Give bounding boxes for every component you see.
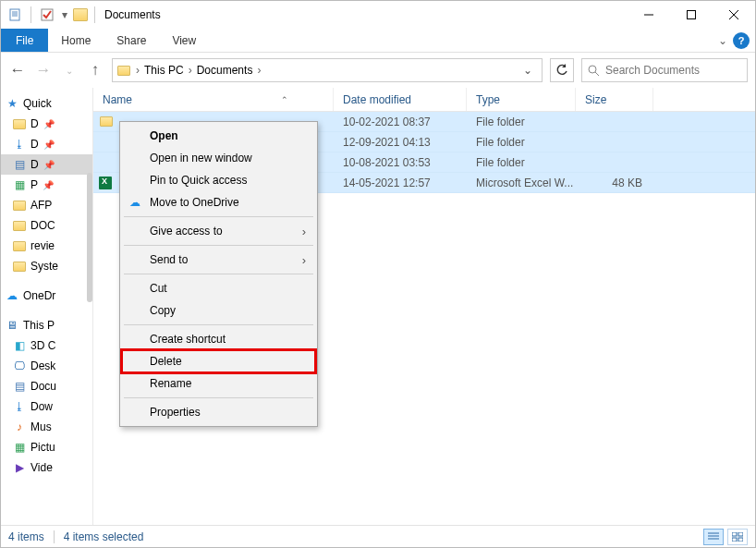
details-view-button[interactable] xyxy=(703,529,724,545)
menu-cut[interactable]: Cut xyxy=(122,277,315,299)
svg-point-9 xyxy=(589,66,596,73)
context-menu: Open Open in new window Pin to Quick acc… xyxy=(119,121,318,427)
svg-rect-15 xyxy=(738,532,743,536)
breadcrumb-documents[interactable]: Documents xyxy=(197,64,253,77)
sidebar-item[interactable]: ▶Vide xyxy=(1,457,92,478)
back-button[interactable]: ← xyxy=(8,61,27,79)
sidebar-item[interactable]: Syste xyxy=(1,256,92,276)
sidebar-item[interactable]: ◧3D C xyxy=(1,335,92,356)
share-tab[interactable]: Share xyxy=(104,29,159,52)
menu-separator xyxy=(124,216,313,217)
cloud-icon: ☁ xyxy=(128,195,142,210)
sidebar-item[interactable]: D📌 xyxy=(1,114,92,134)
sidebar-item[interactable]: ♪Mus xyxy=(1,417,92,437)
sidebar-item[interactable]: revie xyxy=(1,236,92,256)
quick-access-group[interactable]: ★ Quick xyxy=(1,93,92,114)
properties-qat-icon[interactable] xyxy=(5,5,25,25)
column-headers: Name ⌃ Date modified Type Size xyxy=(93,88,755,112)
folder-icon xyxy=(116,63,131,78)
menu-send-to[interactable]: Send to› xyxy=(122,249,315,271)
chevron-right-icon[interactable]: › xyxy=(186,64,195,77)
home-tab[interactable]: Home xyxy=(48,29,104,52)
selection-count: 4 items selected xyxy=(64,530,144,543)
menu-move-onedrive[interactable]: ☁ Move to OneDrive xyxy=(122,191,315,213)
sidebar-item[interactable]: DOC xyxy=(1,215,92,236)
pc-icon: 🖥 xyxy=(5,318,19,333)
large-icons-view-button[interactable] xyxy=(727,529,748,545)
sidebar-item[interactable]: 🖵Desk xyxy=(1,356,92,376)
svg-rect-16 xyxy=(732,538,737,542)
star-icon: ★ xyxy=(5,96,19,111)
menu-rename[interactable]: Rename xyxy=(122,372,315,395)
check-qat-icon[interactable] xyxy=(37,5,57,25)
sidebar-label: Quick xyxy=(23,97,52,110)
menu-separator xyxy=(124,274,313,274)
column-size[interactable]: Size xyxy=(576,88,653,111)
status-bar: 4 items 4 items selected xyxy=(1,525,755,547)
menu-copy[interactable]: Copy xyxy=(122,299,315,322)
pin-icon: 📌 xyxy=(43,140,55,150)
menu-open[interactable]: Open xyxy=(122,125,315,147)
scrollbar[interactable] xyxy=(87,173,92,302)
breadcrumb-this-pc[interactable]: This PC xyxy=(144,64,184,77)
svg-rect-14 xyxy=(732,532,737,536)
chevron-right-icon[interactable]: › xyxy=(254,64,263,77)
menu-properties[interactable]: Properties xyxy=(122,401,315,423)
view-tab[interactable]: View xyxy=(159,29,209,52)
chevron-right-icon[interactable]: › xyxy=(133,64,142,77)
folder-title-icon xyxy=(70,5,91,25)
address-dropdown-icon[interactable]: ⌄ xyxy=(518,64,538,77)
menu-separator xyxy=(124,245,313,246)
folder-icon xyxy=(12,238,27,253)
sidebar-item[interactable]: ⭳Dow xyxy=(1,396,92,417)
item-count: 4 items xyxy=(8,530,44,543)
file-tab[interactable]: File xyxy=(1,29,48,52)
video-icon: ▶ xyxy=(12,460,27,475)
sidebar-item[interactable]: ▦Pictu xyxy=(1,437,92,457)
column-name[interactable]: Name ⌃ xyxy=(93,88,334,111)
search-placeholder: Search Documents xyxy=(605,64,700,77)
this-pc-group[interactable]: 🖥This P xyxy=(1,315,92,335)
sidebar-item[interactable]: ⭳D📌 xyxy=(1,134,92,154)
onedrive-group[interactable]: ☁OneDr xyxy=(1,286,92,306)
menu-delete[interactable]: Delete xyxy=(122,350,315,372)
pin-icon: 📌 xyxy=(43,180,54,190)
forward-button[interactable]: → xyxy=(34,61,53,79)
menu-create-shortcut[interactable]: Create shortcut xyxy=(122,328,315,350)
title-bar: ▾ Documents xyxy=(1,1,755,29)
folder-icon xyxy=(12,116,27,131)
close-button[interactable] xyxy=(713,1,755,29)
pictures-icon: ▦ xyxy=(12,440,27,455)
menu-separator xyxy=(124,324,313,325)
sidebar-item[interactable]: ▤Docu xyxy=(1,376,92,396)
refresh-button[interactable] xyxy=(550,58,574,82)
ribbon-collapse-icon[interactable]: ⌄ xyxy=(718,34,727,47)
svg-line-10 xyxy=(595,72,599,76)
pin-icon: 📌 xyxy=(43,160,55,170)
quick-access-toolbar: ▾ xyxy=(1,5,70,25)
minimize-button[interactable] xyxy=(628,1,670,29)
sidebar-item[interactable]: ▦P📌 xyxy=(1,175,92,195)
up-button[interactable]: ↑ xyxy=(86,61,104,79)
sidebar-item[interactable]: AFP xyxy=(1,195,92,215)
menu-open-new-window[interactable]: Open in new window xyxy=(122,147,315,169)
navigation-bar: ← → ⌄ ↑ › This PC › Documents › ⌄ Search… xyxy=(1,53,755,88)
cube-icon: ◧ xyxy=(12,338,27,353)
address-bar[interactable]: › This PC › Documents › ⌄ xyxy=(112,58,543,82)
menu-pin-quick-access[interactable]: Pin to Quick access xyxy=(122,169,315,191)
column-date[interactable]: Date modified xyxy=(334,88,467,111)
menu-give-access[interactable]: Give access to› xyxy=(122,220,315,242)
download-icon: ⭳ xyxy=(12,137,27,152)
folder-icon xyxy=(12,198,27,213)
svg-rect-0 xyxy=(10,9,19,20)
search-input[interactable]: Search Documents xyxy=(581,58,748,82)
ribbon-tabs: File Home Share View ⌄ ? xyxy=(1,29,755,53)
maximize-button[interactable] xyxy=(670,1,713,29)
column-type[interactable]: Type xyxy=(467,88,576,111)
qat-dropdown-icon[interactable]: ▾ xyxy=(59,5,70,25)
sidebar-item-current[interactable]: ▤D📌 xyxy=(1,154,92,175)
submenu-arrow-icon: › xyxy=(302,225,306,238)
help-icon[interactable]: ? xyxy=(733,32,750,49)
cloud-icon: ☁ xyxy=(5,288,19,303)
recent-dropdown-icon[interactable]: ⌄ xyxy=(60,61,79,79)
